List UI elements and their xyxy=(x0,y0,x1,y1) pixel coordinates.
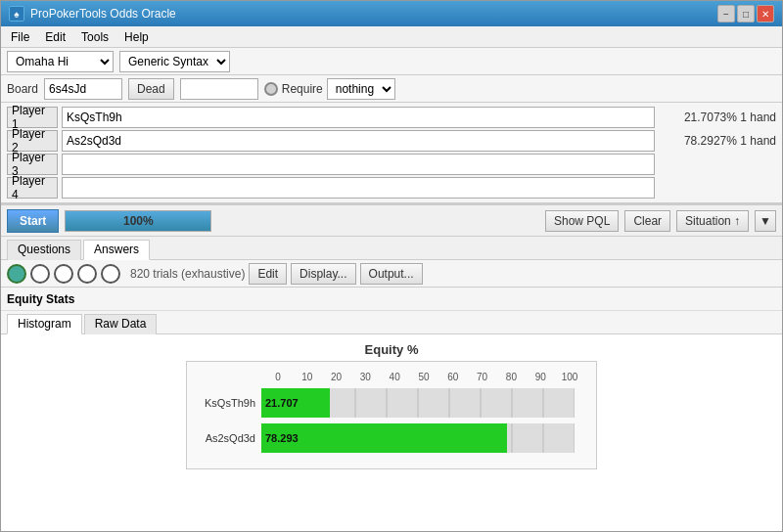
bar-2-track: 78.293 xyxy=(261,423,575,453)
menu-tools[interactable]: Tools xyxy=(75,28,115,46)
dead-button[interactable]: Dead xyxy=(128,78,174,100)
app-icon: ♠ xyxy=(9,6,24,22)
bar-2-label: As2sQd3d xyxy=(195,432,261,444)
player-4-label: Player 4 xyxy=(7,177,58,199)
bar-1-value: 21.707 xyxy=(261,397,299,409)
main-window: ♠ ProPokerTools Odds Oracle − □ ✕ File E… xyxy=(0,0,783,532)
require-radio[interactable] xyxy=(264,82,278,96)
sub-tab-histogram[interactable]: Histogram xyxy=(7,314,82,334)
player-2-stats: 78.2927% 1 hand xyxy=(659,134,776,148)
clear-button[interactable]: Clear xyxy=(624,210,670,232)
bar-2-fill: 78.293 xyxy=(261,423,507,453)
player-4-hand[interactable] xyxy=(62,177,655,199)
menu-file[interactable]: File xyxy=(5,28,35,46)
player-row-4: Player 4 xyxy=(7,177,776,199)
menu-help[interactable]: Help xyxy=(118,28,155,46)
bar-2-value: 78.293 xyxy=(261,432,299,444)
circle-btn-4[interactable] xyxy=(77,264,97,284)
player-row-3: Player 3 xyxy=(7,154,776,175)
dead-input[interactable] xyxy=(180,78,258,100)
chart-title: Equity % xyxy=(365,342,419,357)
title-buttons: − □ ✕ xyxy=(717,5,774,22)
tab-questions[interactable]: Questions xyxy=(7,240,81,260)
player-row-1: Player 1 21.7073% 1 hand xyxy=(7,107,776,128)
situation-button[interactable]: Situation ↑ xyxy=(676,210,749,232)
minimize-button[interactable]: − xyxy=(717,5,735,22)
player-2-label: Player 2 xyxy=(7,130,58,152)
display-button[interactable]: Display... xyxy=(291,263,355,285)
bar-row-1: KsQsTh9h xyxy=(195,388,584,418)
player-1-label: Player 1 xyxy=(7,107,58,128)
require-row: Require nothing xyxy=(264,78,395,100)
chart-container: 0 10 20 30 40 50 60 70 80 90 100 KsQsTh9… xyxy=(186,361,597,469)
bar-1-fill: 21.707 xyxy=(261,388,330,418)
start-button[interactable]: Start xyxy=(7,209,59,233)
situation-dropdown-button[interactable]: ▼ xyxy=(755,210,776,232)
player-1-stats: 21.7073% 1 hand xyxy=(659,111,776,124)
player-3-label: Player 3 xyxy=(7,154,58,175)
title-bar-left: ♠ ProPokerTools Odds Oracle xyxy=(9,6,176,22)
output-button[interactable]: Output... xyxy=(360,263,423,285)
toolbar-row: Omaha Hi Texas Hold'em Generic Syntax xyxy=(1,48,782,75)
equity-header: Equity Stats xyxy=(1,288,782,311)
menu-bar: File Edit Tools Help xyxy=(1,26,782,48)
require-select[interactable]: nothing xyxy=(327,78,395,100)
chart-area: Equity % 0 10 20 30 40 50 60 70 80 90 10… xyxy=(1,334,782,531)
trials-label: 820 trials (exhaustive) xyxy=(130,267,245,281)
circle-btn-1[interactable] xyxy=(7,264,26,284)
controls-row: 820 trials (exhaustive) Edit Display... … xyxy=(1,260,782,288)
sub-tabs-row: Histogram Raw Data xyxy=(1,311,782,334)
main-tabs: Questions Answers xyxy=(1,237,782,260)
sub-tab-raw-data[interactable]: Raw Data xyxy=(84,314,158,334)
player-1-hand[interactable] xyxy=(62,107,655,128)
bar-1-label: KsQsTh9h xyxy=(195,397,261,409)
players-section: Player 1 21.7073% 1 hand Player 2 78.292… xyxy=(1,103,782,203)
progress-bar-fill: 100% xyxy=(66,211,210,231)
game-type-select[interactable]: Omaha Hi Texas Hold'em xyxy=(7,51,114,72)
maximize-button[interactable]: □ xyxy=(737,5,755,22)
window-title: ProPokerTools Odds Oracle xyxy=(30,7,176,21)
require-label: Require xyxy=(282,82,323,96)
syntax-select[interactable]: Generic Syntax xyxy=(119,51,230,72)
top-section: Omaha Hi Texas Hold'em Generic Syntax Bo… xyxy=(1,48,782,205)
axis-labels: 0 10 20 30 40 50 60 70 80 90 100 xyxy=(263,372,584,382)
menu-edit[interactable]: Edit xyxy=(39,28,71,46)
board-input[interactable] xyxy=(44,78,122,100)
player-row-2: Player 2 78.2927% 1 hand xyxy=(7,130,776,152)
circle-btn-5[interactable] xyxy=(101,264,120,284)
action-bar: Start 100% Show PQL Clear Situation ↑ ▼ xyxy=(1,205,782,237)
edit-button[interactable]: Edit xyxy=(249,263,287,285)
player-3-hand[interactable] xyxy=(62,154,655,175)
tab-answers[interactable]: Answers xyxy=(83,240,150,260)
board-row: Board Dead Require nothing xyxy=(1,75,782,103)
close-button[interactable]: ✕ xyxy=(757,5,774,22)
bar-row-2: As2sQd3d xyxy=(195,423,584,453)
show-pql-button[interactable]: Show PQL xyxy=(545,210,619,232)
circle-btn-2[interactable] xyxy=(30,264,50,284)
board-label: Board xyxy=(7,82,38,96)
player-2-hand[interactable] xyxy=(62,130,655,152)
bar-1-track: 21.707 xyxy=(261,388,575,418)
equity-section: Equity Stats Histogram Raw Data Equity %… xyxy=(1,288,782,531)
circle-btn-3[interactable] xyxy=(54,264,73,284)
title-bar: ♠ ProPokerTools Odds Oracle − □ ✕ xyxy=(1,1,782,26)
progress-bar-container: 100% xyxy=(65,210,211,232)
